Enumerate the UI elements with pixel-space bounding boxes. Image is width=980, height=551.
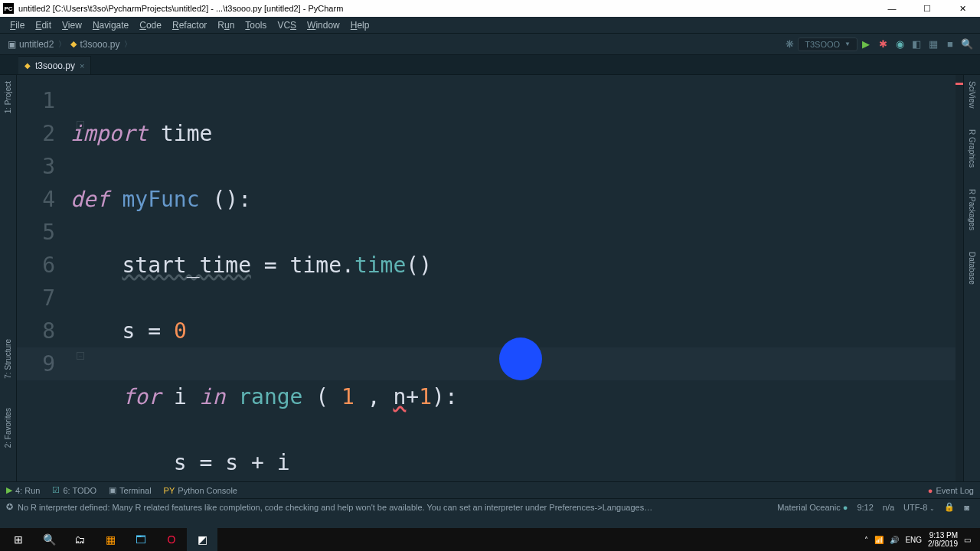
folder-icon: ▣ [8,39,16,50]
close-button[interactable]: ✕ [945,0,980,17]
tab-t3sooo[interactable]: ◆ t3sooo.py × [18,56,91,74]
tool-rgraphics[interactable]: R Graphics [968,126,976,171]
tray-volume-icon[interactable]: 🔊 [890,536,899,544]
python-file-icon: ◆ [24,61,31,70]
search-everywhere-button[interactable]: 🔍 [959,36,975,53]
maximize-button[interactable]: ☐ [910,0,945,17]
tool-rpackages[interactable]: R Packages [968,186,976,233]
run-button[interactable]: ▶ [858,36,874,53]
python-file-icon: ◆ [70,39,77,49]
menu-refactor[interactable]: Refactor [167,20,212,31]
tab-label: t3sooo.py [35,60,75,71]
menu-view[interactable]: View [57,20,87,31]
titlebar: PC untitled2 [C:\Users\t3so\PycharmProje… [0,0,980,17]
code-editor[interactable]: 1 2 3 4 5 6 7 8 9 – – import time def my… [17,75,963,481]
tray-clock[interactable]: 9:13 PM 2/8/2019 [928,531,958,548]
tool-structure[interactable]: 7: Structure [4,336,12,382]
menu-run[interactable]: Run [212,20,240,31]
left-toolbar: 1: Project 7: Structure 2: Favorites [0,75,17,481]
tool-database[interactable]: Database [968,249,976,288]
error-stripe[interactable] [956,75,963,481]
right-toolbar: SciView R Graphics R Packages Database [963,75,980,481]
run-config-label: T3SOOO [805,40,840,49]
error-marker[interactable] [956,83,963,85]
start-button[interactable]: ⊞ [3,528,34,551]
navbar: ▣ untitled2 〉 ◆ t3sooo.py 〉 ❋ T3SOOO ▼ ▶… [0,34,980,55]
coverage-button[interactable]: ◉ [891,36,908,53]
debug-button[interactable]: ✱ [874,36,891,53]
tray-notifications-icon[interactable]: ▭ [964,536,971,544]
taskbar-pycharm[interactable]: ◩ [187,528,217,551]
chevron-right-icon: 〉 [122,39,133,50]
attach-button[interactable]: ▦ [925,36,942,53]
tray-lang[interactable]: ENG [905,536,922,544]
menu-edit[interactable]: Edit [30,20,57,31]
main-area: 1: Project 7: Structure 2: Favorites 1 2… [0,75,980,481]
tool-sciview[interactable]: SciView [968,78,976,111]
tool-run[interactable]: ▶4: Run [6,485,40,495]
system-tray[interactable]: ˄ 📶 🔊 ENG 9:13 PM 2/8/2019 ▭ [864,531,977,548]
mouse-highlight-overlay [499,337,542,380]
breadcrumb-project-label: untitled2 [19,39,54,50]
app-icon: PC [3,3,14,14]
taskbar-opera[interactable]: O [156,528,187,551]
window-title: untitled2 [C:\Users\t3so\PycharmProjects… [17,4,874,13]
menu-help[interactable]: Help [345,20,375,31]
breadcrumb-file[interactable]: ◆ t3sooo.py [67,39,122,50]
menu-vcs[interactable]: VCS [272,20,302,31]
stop-button[interactable]: ■ [942,36,959,53]
search-button[interactable]: 🔍 [34,528,64,551]
breadcrumb-project[interactable]: ▣ untitled2 [5,39,57,50]
breadcrumb-file-label: t3sooo.py [80,39,119,50]
editor-tabs: ◆ t3sooo.py × [0,55,980,75]
menu-window[interactable]: Window [302,20,345,31]
notification-icon[interactable]: ✪ [6,502,18,512]
tray-chevron-up-icon[interactable]: ˄ [864,536,868,544]
tool-project[interactable]: 1: Project [4,78,12,116]
profile-button[interactable]: ◧ [908,36,925,53]
line-gutter: 1 2 3 4 5 6 7 8 9 [17,75,70,481]
tool-favorites[interactable]: 2: Favorites [4,405,12,451]
run-config-selector[interactable]: T3SOOO ▼ [798,37,858,51]
r-lang-icon[interactable]: ❋ [781,36,798,53]
menu-navigate[interactable]: Navigate [87,20,134,31]
menubar: File Edit View Navigate Code Refactor Ru… [0,17,980,34]
menu-code[interactable]: Code [134,20,167,31]
tray-wifi-icon[interactable]: 📶 [874,536,884,544]
close-tab-icon[interactable]: × [80,61,84,70]
menu-file[interactable]: File [5,20,30,31]
chevron-right-icon: 〉 [57,39,67,50]
windows-taskbar: ⊞ 🔍 🗂 ▦ 🗔 O ◩ ˄ 📶 🔊 ENG 9:13 PM 2/8/2019… [0,528,980,551]
taskbar-explorer[interactable]: 🗂 [64,528,95,551]
code-area[interactable]: import time def myFunc (): start_time = … [70,75,963,481]
taskbar-sublime[interactable]: ▦ [95,528,126,551]
menu-tools[interactable]: Tools [240,20,272,31]
minimize-button[interactable]: — [874,0,910,17]
taskbar-app1[interactable]: 🗔 [126,528,156,551]
chevron-down-icon: ▼ [844,41,851,47]
